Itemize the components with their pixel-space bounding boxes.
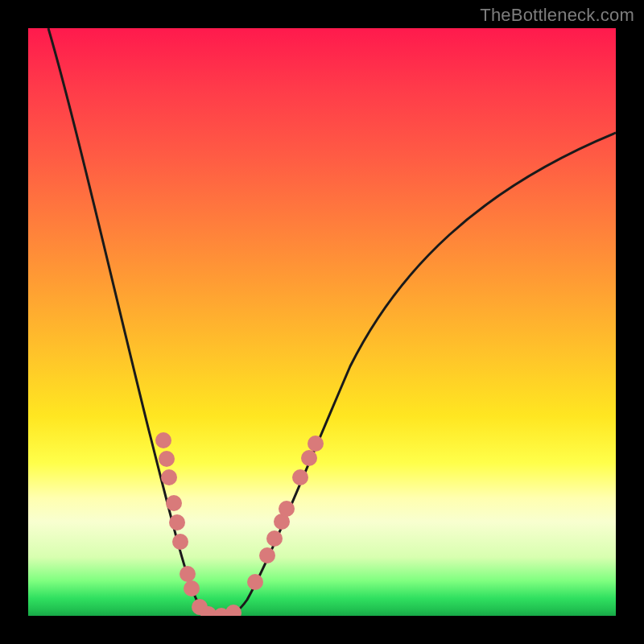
- curve-marker: [159, 451, 175, 467]
- curve-marker: [161, 469, 177, 485]
- watermark-text: TheBottleneck.com: [480, 5, 634, 26]
- curve-marker: [308, 436, 324, 452]
- curve-marker: [266, 530, 283, 547]
- curve-marker: [172, 534, 188, 550]
- curve-marker: [184, 580, 200, 597]
- curve-marker: [166, 495, 182, 511]
- curve-marker: [292, 469, 308, 485]
- curve-marker: [259, 547, 275, 564]
- plot-area: [28, 28, 616, 616]
- curve-marker: [279, 501, 295, 517]
- curve-marker: [301, 450, 317, 466]
- curve-marker: [225, 605, 242, 616]
- curve-marker: [247, 574, 263, 590]
- bottleneck-curve: [48, 28, 616, 616]
- markers-group: [155, 432, 324, 616]
- curve-svg: [28, 28, 616, 616]
- curve-marker: [169, 514, 185, 530]
- curve-marker: [155, 432, 171, 448]
- curve-marker: [180, 566, 196, 582]
- chart-frame: TheBottleneck.com: [0, 0, 644, 644]
